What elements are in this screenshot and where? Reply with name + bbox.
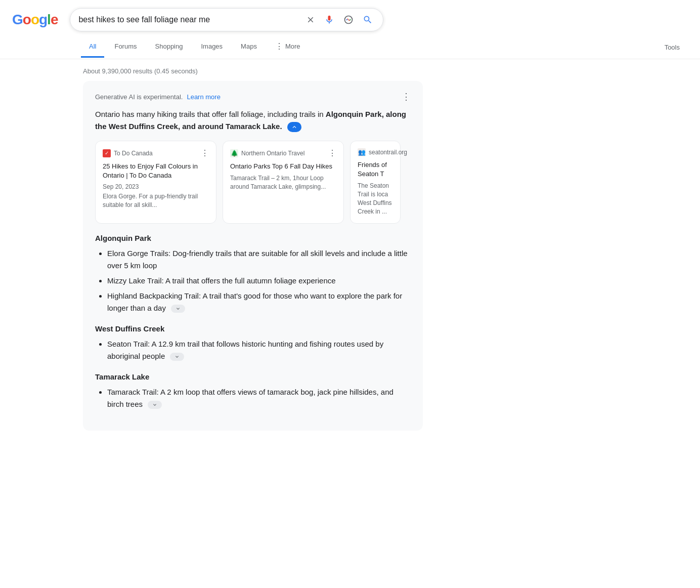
- ai-section-tamarack: Tamarack Lake Tamarack Trail: A 2 km loo…: [95, 372, 411, 410]
- ai-box: Generative AI is experimental. Learn mor…: [83, 81, 423, 431]
- search-bar: [70, 8, 383, 31]
- chevron-down-icon: [174, 354, 180, 360]
- tab-maps[interactable]: Maps: [233, 36, 265, 58]
- source-card-0-heading: 25 Hikes to Enjoy Fall Colours in Ontari…: [103, 162, 209, 180]
- lens-button[interactable]: [341, 13, 356, 27]
- google-logo[interactable]: Google: [12, 12, 58, 28]
- nav-tabs: All Forums Shopping Images Maps ⋮ More T…: [0, 35, 700, 59]
- list-item: Tamarack Trail: A 2 km loop that offers …: [107, 386, 411, 410]
- ai-section-algonquin-list: Elora Gorge Trails: Dog-friendly trails …: [95, 247, 411, 314]
- ai-section-west-duffins-heading: West Duffins Creek: [95, 324, 411, 333]
- source-card-2-heading: Friends of Seaton T: [358, 160, 393, 179]
- list-item-text: Highland Backpacking Trail: A trail that…: [107, 291, 402, 312]
- source-card-0-title-row: ✓ To Do Canada: [103, 149, 153, 157]
- lens-icon: [343, 15, 354, 25]
- source-favicon-2: 👥: [358, 148, 366, 156]
- results-area: About 9,390,000 results (0.45 seconds) G…: [0, 59, 435, 431]
- list-item: Mizzy Lake Trail: A trail that offers th…: [107, 275, 411, 287]
- ai-section-algonquin: Algonquin Park Elora Gorge Trails: Dog-f…: [95, 234, 411, 314]
- tab-more[interactable]: ⋮ More: [267, 35, 309, 59]
- source-card-0-more-button[interactable]: ⋮: [201, 148, 209, 158]
- list-item: Elora Gorge Trails: Dog-friendly trails …: [107, 247, 411, 272]
- source-site-0: To Do Canada: [114, 150, 153, 157]
- source-site-1: Northern Ontario Travel: [241, 150, 304, 157]
- source-card-0-snippet: Elora Gorge. For a pup-friendly trail su…: [103, 192, 209, 209]
- source-site-2: seatontrail.org: [369, 149, 407, 156]
- voice-search-button[interactable]: [322, 13, 336, 27]
- results-count: About 9,390,000 results (0.45 seconds): [83, 59, 423, 81]
- ai-section-tamarack-list: Tamarack Trail: A 2 km loop that offers …: [95, 386, 411, 410]
- source-card-2-title-row: 👥 seatontrail.org: [358, 148, 407, 156]
- ai-section-west-duffins: West Duffins Creek Seaton Trail: A 12.9 …: [95, 324, 411, 362]
- source-cards: ✓ To Do Canada ⋮ 25 Hikes to Enjoy Fall …: [95, 141, 411, 224]
- tools-button[interactable]: Tools: [657, 37, 688, 57]
- chevron-down-icon: [175, 306, 181, 312]
- source-card-2[interactable]: 👥 seatontrail.org Friends of Seaton T Th…: [350, 141, 401, 224]
- ai-label: Generative AI is experimental.: [95, 93, 183, 101]
- ai-section-algonquin-heading: Algonquin Park: [95, 234, 411, 242]
- svg-point-1: [346, 19, 348, 21]
- ai-learn-more-link[interactable]: Learn more: [187, 93, 220, 101]
- source-card-1-heading: Ontario Parks Top 6 Fall Day Hikes: [230, 162, 336, 171]
- source-card-1-header: 🌲 Northern Ontario Travel ⋮: [230, 148, 336, 158]
- search-icons: [304, 13, 375, 27]
- expand-button-highland[interactable]: [171, 305, 185, 313]
- tab-all[interactable]: All: [81, 36, 104, 58]
- chevron-up-icon: [291, 123, 298, 131]
- svg-point-2: [350, 19, 352, 21]
- source-card-1-more-button[interactable]: ⋮: [328, 148, 336, 158]
- ai-intro-plain: Ontario has many hiking trails that offe…: [95, 110, 326, 118]
- source-card-0-header: ✓ To Do Canada ⋮: [103, 148, 209, 158]
- expand-button-seaton[interactable]: [170, 353, 184, 361]
- chevron-down-icon: [152, 402, 158, 408]
- source-card-0[interactable]: ✓ To Do Canada ⋮ 25 Hikes to Enjoy Fall …: [95, 141, 216, 224]
- source-card-0-date: Sep 20, 2023: [103, 183, 209, 190]
- tab-images[interactable]: Images: [193, 36, 231, 58]
- search-icon: [363, 15, 373, 25]
- more-dots-icon: ⋮: [275, 41, 283, 51]
- ai-more-options-button[interactable]: ⋮: [402, 91, 411, 102]
- source-card-1-snippet: Tamarack Trail – 2 km, 1hour Loop around…: [230, 174, 336, 191]
- ai-section-west-duffins-list: Seaton Trail: A 12.9 km trail that follo…: [95, 338, 411, 362]
- source-card-2-header: 👥 seatontrail.org: [358, 148, 393, 156]
- collapse-button[interactable]: [287, 122, 301, 132]
- header: Google: [0, 0, 700, 31]
- search-input[interactable]: [78, 15, 300, 24]
- source-card-1[interactable]: 🌲 Northern Ontario Travel ⋮ Ontario Park…: [223, 141, 344, 224]
- clear-button[interactable]: [304, 13, 317, 26]
- mic-icon: [324, 15, 334, 25]
- ai-header: Generative AI is experimental. Learn mor…: [95, 91, 411, 102]
- source-favicon-1: 🌲: [230, 149, 238, 157]
- source-card-1-title-row: 🌲 Northern Ontario Travel: [230, 149, 304, 157]
- ai-intro-text: Ontario has many hiking trails that offe…: [95, 108, 411, 133]
- ai-section-tamarack-heading: Tamarack Lake: [95, 372, 411, 381]
- list-item: Seaton Trail: A 12.9 km trail that follo…: [107, 338, 411, 362]
- source-card-2-snippet: The Seaton Trail is loca West Duffins Cr…: [358, 182, 393, 216]
- list-item-text: Seaton Trail: A 12.9 km trail that follo…: [107, 340, 383, 360]
- search-submit-button[interactable]: [361, 13, 375, 27]
- tab-forums[interactable]: Forums: [106, 36, 145, 58]
- source-favicon-0: ✓: [103, 149, 111, 157]
- close-icon: [306, 15, 315, 24]
- list-item: Highland Backpacking Trail: A trail that…: [107, 290, 411, 314]
- expand-button-tamarack[interactable]: [148, 401, 162, 409]
- tab-shopping[interactable]: Shopping: [147, 36, 191, 58]
